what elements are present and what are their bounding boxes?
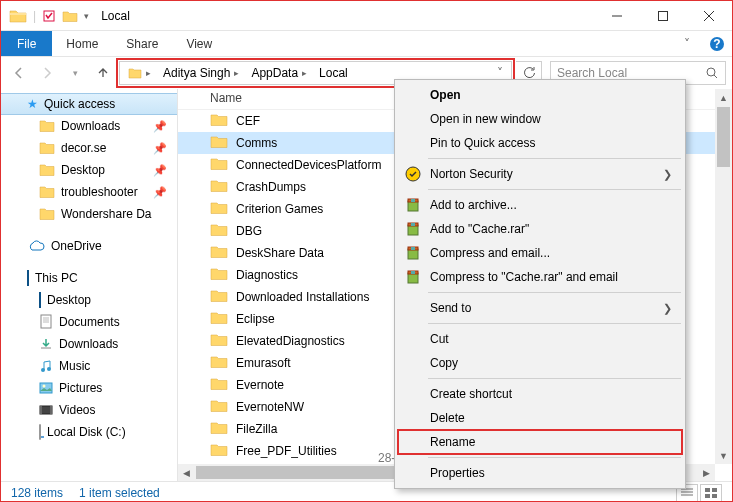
winrar-icon <box>404 220 422 238</box>
sidebar-item-pc-desktop[interactable]: Desktop <box>1 289 177 311</box>
cloud-icon <box>27 240 45 252</box>
pin-icon: 📌 <box>153 164 167 177</box>
sidebar-item-pc-localdisk[interactable]: Local Disk (C:) <box>1 421 177 443</box>
chevron-right-icon[interactable]: ▸ <box>234 68 239 78</box>
folder-icon <box>39 119 55 133</box>
breadcrumb[interactable]: Aditya Singh▸ <box>157 62 245 84</box>
minimize-button[interactable] <box>594 1 640 31</box>
svg-rect-15 <box>705 494 710 498</box>
file-name: Diagnostics <box>236 268 298 282</box>
qat-dropdown-icon[interactable]: ▾ <box>84 11 89 21</box>
ctx-add-cache-rar[interactable]: Add to "Cache.rar" <box>398 217 682 241</box>
menu-separator <box>428 189 681 190</box>
quick-access[interactable]: ★ Quick access <box>1 93 177 115</box>
folder-icon <box>210 267 228 283</box>
new-folder-icon[interactable] <box>62 9 78 23</box>
breadcrumb-root-icon[interactable]: ▸ <box>122 62 157 84</box>
folder-icon <box>210 421 228 437</box>
up-button[interactable] <box>91 61 115 85</box>
downloads-icon <box>39 337 53 351</box>
help-icon[interactable]: ? <box>702 31 732 56</box>
folder-icon <box>210 377 228 393</box>
ctx-norton-security[interactable]: Norton Security❯ <box>398 162 682 186</box>
ctx-rename[interactable]: Rename <box>398 430 682 454</box>
scroll-down-icon[interactable]: ▼ <box>715 447 732 464</box>
folder-icon <box>210 355 228 371</box>
window-controls <box>594 1 732 31</box>
file-name: ElevatedDiagnostics <box>236 334 345 348</box>
sidebar-item-thispc[interactable]: This PC <box>1 267 177 289</box>
close-button[interactable] <box>686 1 732 31</box>
thumbnails-view-button[interactable] <box>700 484 722 502</box>
scroll-left-icon[interactable]: ◀ <box>178 464 195 481</box>
view-tab[interactable]: View <box>172 31 226 56</box>
svg-rect-12 <box>50 406 52 414</box>
ctx-properties[interactable]: Properties <box>398 461 682 485</box>
ctx-delete[interactable]: Delete <box>398 406 682 430</box>
sidebar-item-pc-pictures[interactable]: Pictures <box>1 377 177 399</box>
ctx-compress-email[interactable]: Compress and email... <box>398 241 682 265</box>
breadcrumb[interactable]: AppData▸ <box>245 62 313 84</box>
ctx-open-new-window[interactable]: Open in new window <box>398 107 682 131</box>
recent-dropdown-icon[interactable]: ▾ <box>63 61 87 85</box>
pin-icon: 📌 <box>153 120 167 133</box>
ctx-copy[interactable]: Copy <box>398 351 682 375</box>
share-tab[interactable]: Share <box>112 31 172 56</box>
qat-divider: | <box>33 9 36 23</box>
ctx-cut[interactable]: Cut <box>398 327 682 351</box>
ctx-compress-cache-email[interactable]: Compress to "Cache.rar" and email <box>398 265 682 289</box>
svg-rect-1 <box>659 11 668 20</box>
vertical-scrollbar[interactable]: ▲ ▼ <box>715 89 732 464</box>
sidebar-item-pc-downloads[interactable]: Downloads <box>1 333 177 355</box>
ctx-add-archive[interactable]: Add to archive... <box>398 193 682 217</box>
folder-icon <box>210 135 228 151</box>
ctx-open[interactable]: Open <box>398 83 682 107</box>
winrar-icon <box>404 244 422 262</box>
back-button[interactable] <box>7 61 31 85</box>
chevron-right-icon[interactable]: ▸ <box>146 68 151 78</box>
search-icon[interactable] <box>705 66 719 80</box>
sidebar-item-pc-music[interactable]: Music <box>1 355 177 377</box>
folder-icon <box>210 201 228 217</box>
file-name: CrashDumps <box>236 180 306 194</box>
chevron-right-icon[interactable]: ▸ <box>302 68 307 78</box>
sidebar-item-wondershare[interactable]: Wondershare Da <box>1 203 177 225</box>
scroll-up-icon[interactable]: ▲ <box>715 89 732 106</box>
sidebar-item-pc-videos[interactable]: Videos <box>1 399 177 421</box>
scrollbar-thumb[interactable] <box>717 107 730 167</box>
folder-icon <box>39 185 55 199</box>
file-name: Criterion Games <box>236 202 323 216</box>
maximize-button[interactable] <box>640 1 686 31</box>
menu-separator <box>428 158 681 159</box>
file-tab[interactable]: File <box>1 31 52 56</box>
sidebar-item-desktop[interactable]: Desktop📌 <box>1 159 177 181</box>
scroll-right-icon[interactable]: ▶ <box>698 464 715 481</box>
svg-point-4 <box>707 68 715 76</box>
ctx-send-to[interactable]: Send to❯ <box>398 296 682 320</box>
svg-point-7 <box>47 367 51 371</box>
home-tab[interactable]: Home <box>52 31 112 56</box>
ctx-pin-quick-access[interactable]: Pin to Quick access <box>398 131 682 155</box>
folder-icon <box>210 333 228 349</box>
ctx-create-shortcut[interactable]: Create shortcut <box>398 382 682 406</box>
sidebar-item-pc-documents[interactable]: Documents <box>1 311 177 333</box>
quick-access-toolbar: | ▾ <box>1 8 97 24</box>
properties-icon[interactable] <box>42 9 56 23</box>
forward-button[interactable] <box>35 61 59 85</box>
file-name: Evernote <box>236 378 284 392</box>
svg-rect-14 <box>712 488 717 492</box>
expand-ribbon-icon[interactable]: ˅ <box>672 31 702 56</box>
menu-separator <box>428 292 681 293</box>
file-name: EvernoteNW <box>236 400 304 414</box>
sidebar-item-troubleshooter[interactable]: troubleshooter📌 <box>1 181 177 203</box>
breadcrumb[interactable]: Local <box>313 62 354 84</box>
file-name: Eclipse <box>236 312 275 326</box>
address-history-icon[interactable]: ˅ <box>491 66 509 80</box>
sidebar-item-onedrive[interactable]: OneDrive <box>1 235 177 257</box>
pictures-icon <box>39 382 53 394</box>
sidebar-item-decor[interactable]: decor.se📌 <box>1 137 177 159</box>
folder-icon <box>210 179 228 195</box>
svg-rect-29 <box>411 271 415 274</box>
folder-icon <box>210 399 228 415</box>
sidebar-item-downloads[interactable]: Downloads📌 <box>1 115 177 137</box>
